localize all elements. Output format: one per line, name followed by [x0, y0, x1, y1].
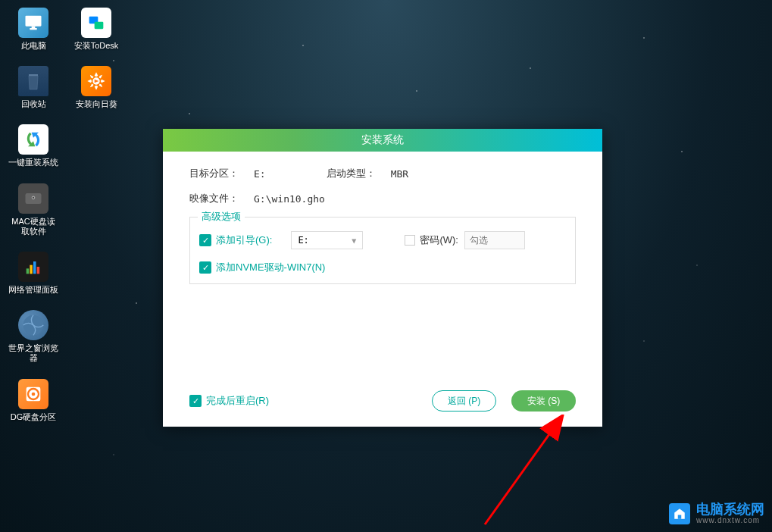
svg-rect-9: [27, 268, 30, 274]
svg-rect-19: [678, 515, 682, 518]
desktop-icon-sunflower[interactable]: 安装向日葵: [70, 66, 122, 109]
dialog-title-bar[interactable]: 安装系统: [163, 129, 602, 152]
add-boot-drive-dropdown[interactable]: E: ▼: [291, 231, 363, 249]
icon-label: MAC硬盘读取软件: [8, 217, 59, 236]
add-boot-label[interactable]: 添加引导(G):: [216, 233, 272, 247]
password-input[interactable]: [464, 231, 525, 249]
advanced-options-fieldset: 高级选项 ✓ 添加引导(G): E: ▼ 密码(W): ✓ 添加NVME驱动-W…: [189, 217, 576, 284]
svg-rect-11: [33, 261, 36, 274]
icon-label: 世界之窗浏览器: [8, 343, 59, 363]
advanced-options-legend: 高级选项: [198, 210, 245, 224]
dg-disk-icon: [18, 379, 48, 409]
icon-label: 网络管理面板: [8, 285, 58, 295]
svg-rect-10: [30, 265, 33, 274]
svg-rect-1: [30, 28, 36, 30]
desktop-icon-network-panel[interactable]: 网络管理面板: [8, 252, 59, 295]
watermark-logo-icon: [669, 503, 690, 524]
desktop-icon-todesk[interactable]: 安装ToDesk: [70, 8, 122, 51]
watermark: 电脑系统网 www.dnxtw.com: [669, 502, 764, 524]
todesk-icon: [81, 8, 111, 38]
annotation-arrow: [477, 415, 583, 528]
dialog-title: 安装系统: [361, 133, 404, 147]
dropdown-value: E:: [298, 235, 308, 246]
restart-after-checkbox[interactable]: ✓: [189, 395, 202, 407]
icon-label: 安装向日葵: [76, 99, 117, 109]
icon-label: 安装ToDesk: [74, 41, 119, 51]
desktop-icon-dg-disk[interactable]: DG硬盘分区: [8, 379, 59, 422]
icon-label: 一键重装系统: [8, 158, 58, 167]
boot-type-value: MBR: [391, 168, 408, 180]
image-file-label: 映像文件：: [189, 192, 254, 205]
add-nvme-checkbox[interactable]: ✓: [199, 261, 211, 274]
svg-rect-0: [26, 16, 42, 27]
watermark-url: www.dnxtw.com: [696, 516, 764, 524]
desktop-icon-recycle-bin[interactable]: 回收站: [8, 66, 59, 109]
chevron-down-icon: ▼: [352, 236, 356, 245]
svg-rect-4: [95, 22, 104, 29]
password-label[interactable]: 密码(W):: [420, 233, 458, 247]
icon-label: 此电脑: [21, 41, 46, 51]
sunflower-icon: [81, 66, 111, 96]
boot-type-label: 启动类型：: [327, 167, 391, 180]
svg-point-16: [32, 392, 36, 396]
reinstall-icon: [18, 124, 48, 155]
desktop-icon-this-pc[interactable]: 此电脑: [8, 8, 59, 51]
icon-label: DG硬盘分区: [11, 412, 57, 422]
network-icon: [18, 252, 48, 282]
svg-line-18: [485, 418, 561, 524]
icon-label: 回收站: [21, 99, 46, 109]
svg-rect-2: [32, 27, 36, 28]
install-system-dialog: 安装系统 目标分区： E: 启动类型： MBR 映像文件： G:\win10.g…: [163, 129, 602, 427]
desktop-icon-world-browser[interactable]: 世界之窗浏览器: [8, 310, 59, 363]
recycle-bin-icon: [18, 66, 48, 96]
add-nvme-label[interactable]: 添加NVME驱动-WIN7(N): [216, 261, 325, 274]
globe-icon: [18, 310, 48, 340]
pc-icon: [18, 8, 48, 38]
svg-point-8: [33, 196, 34, 198]
desktop-icon-reinstall[interactable]: 一键重装系统: [8, 124, 59, 167]
install-button[interactable]: 安装 (S): [511, 390, 576, 412]
add-boot-checkbox[interactable]: ✓: [199, 234, 211, 246]
desktop-icon-mac-disk[interactable]: MAC硬盘读取软件: [8, 183, 59, 236]
mac-disk-icon: [18, 183, 48, 214]
restart-after-label[interactable]: 完成后重启(R): [206, 394, 269, 408]
password-checkbox[interactable]: [405, 235, 415, 246]
image-file-value: G:\win10.gho: [254, 193, 325, 205]
svg-rect-12: [37, 267, 40, 274]
target-partition-value: E:: [254, 168, 266, 180]
back-button[interactable]: 返回 (P): [432, 390, 496, 412]
watermark-title: 电脑系统网: [696, 502, 764, 516]
target-partition-label: 目标分区：: [189, 167, 254, 180]
